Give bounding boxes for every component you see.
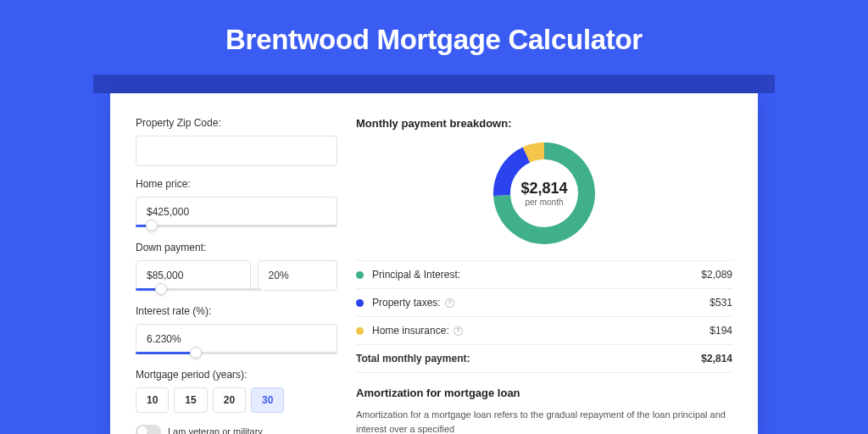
legend-label: Home insurance:? xyxy=(372,325,709,337)
period-label: Mortgage period (years): xyxy=(136,369,337,381)
interest-label: Interest rate (%): xyxy=(136,305,337,317)
home-price-input[interactable] xyxy=(136,197,337,227)
veteran-toggle[interactable] xyxy=(136,425,161,434)
info-icon[interactable]: ? xyxy=(445,298,454,308)
down-payment-input[interactable] xyxy=(136,260,251,291)
legend-label: Property taxes:? xyxy=(372,297,709,309)
zip-label: Property Zip Code: xyxy=(136,117,337,129)
period-btn-20[interactable]: 20 xyxy=(213,387,246,413)
legend-total-row: Total monthly payment:$2,814 xyxy=(356,345,732,373)
header-strip xyxy=(93,75,775,93)
down-payment-slider[interactable] xyxy=(136,288,261,293)
veteran-label: I am veteran or military xyxy=(168,426,263,434)
inputs-column: Property Zip Code: Home price: Down paym… xyxy=(136,117,337,434)
toggle-knob xyxy=(137,426,147,434)
donut-chart-wrap: $2,814 per month xyxy=(356,142,732,245)
page-title: Brentwood Mortgage Calculator xyxy=(0,0,868,75)
amortization-title: Amortization for mortgage loan xyxy=(356,387,732,399)
interest-group: Interest rate (%): xyxy=(136,305,337,357)
period-buttons: 10152030 xyxy=(136,387,337,413)
home-price-slider[interactable] xyxy=(136,225,337,230)
period-btn-15[interactable]: 15 xyxy=(174,387,207,413)
veteran-row: I am veteran or military xyxy=(136,425,337,434)
info-icon[interactable]: ? xyxy=(453,326,463,336)
down-payment-pct-input[interactable] xyxy=(258,260,337,291)
legend-dot xyxy=(356,327,364,335)
period-btn-30[interactable]: 30 xyxy=(251,387,284,413)
down-payment-group: Down payment: xyxy=(136,242,337,293)
interest-input[interactable] xyxy=(136,324,337,354)
donut-center: $2,814 per month xyxy=(520,180,567,207)
interest-slider[interactable] xyxy=(136,352,337,357)
legend-label: Principal & Interest: xyxy=(372,269,701,281)
donut-amount: $2,814 xyxy=(520,180,567,198)
legend-dot xyxy=(356,299,364,307)
down-payment-label: Down payment: xyxy=(136,242,337,253)
period-btn-10[interactable]: 10 xyxy=(136,387,169,413)
legend-value: $194 xyxy=(709,325,732,337)
donut-sub: per month xyxy=(520,198,567,207)
legend-value: $531 xyxy=(709,297,732,309)
legend-row: Principal & Interest:$2,089 xyxy=(356,261,732,289)
home-price-group: Home price: xyxy=(136,178,337,230)
amortization-text: Amortization for a mortgage loan refers … xyxy=(356,408,732,434)
calculator-card: Property Zip Code: Home price: Down paym… xyxy=(110,93,758,434)
legend-dot xyxy=(356,271,364,279)
legend-value: $2,089 xyxy=(701,269,732,281)
zip-field-group: Property Zip Code: xyxy=(136,117,337,166)
zip-input[interactable] xyxy=(136,136,337,166)
legend: Principal & Interest:$2,089Property taxe… xyxy=(356,260,732,373)
legend-row: Home insurance:?$194 xyxy=(356,317,732,345)
legend-row: Property taxes:?$531 xyxy=(356,289,732,317)
breakdown-column: Monthly payment breakdown: $2,814 per mo… xyxy=(356,117,732,434)
breakdown-title: Monthly payment breakdown: xyxy=(356,117,732,130)
total-value: $2,814 xyxy=(701,353,732,364)
home-price-label: Home price: xyxy=(136,178,337,190)
period-group: Mortgage period (years): 10152030 xyxy=(136,369,337,413)
total-label: Total monthly payment: xyxy=(356,353,701,364)
donut-chart: $2,814 per month xyxy=(492,142,596,245)
